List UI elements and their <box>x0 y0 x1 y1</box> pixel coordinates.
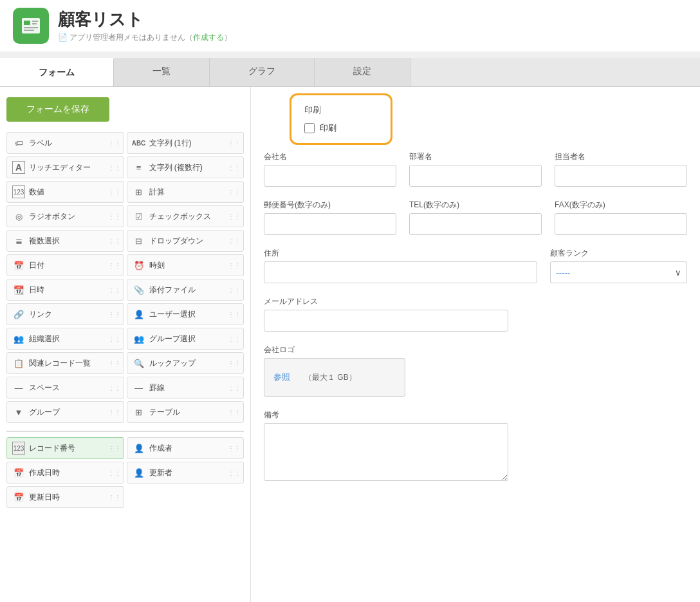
field-time[interactable]: ⏰ 時刻 ⋮⋮ <box>127 254 244 276</box>
field-created-at[interactable]: 📅 作成日時 ⋮⋮ <box>6 462 124 484</box>
label-icon: 🏷 <box>12 136 25 149</box>
created-at-icon: 📅 <box>12 466 25 479</box>
drag-handle: ⋮⋮ <box>108 238 121 245</box>
contact-label: 担当者名 <box>555 151 687 162</box>
field-table-text: テーブル <box>149 407 180 418</box>
field-datetime[interactable]: 📆 日時 ⋮⋮ <box>6 279 124 301</box>
company-input[interactable] <box>264 165 396 187</box>
print-checkbox-label: 印刷 <box>320 122 336 134</box>
rank-select[interactable]: ----- ∨ <box>550 261 687 283</box>
fax-input[interactable] <box>555 213 687 235</box>
field-number[interactable]: 123 数値 ⋮⋮ <box>6 181 124 203</box>
field-radio-text: ラジオボタン <box>29 211 75 222</box>
field-user-select-text: ユーザー選択 <box>149 309 196 320</box>
number-icon: 123 <box>12 185 25 198</box>
tel-label: TEL(数字のみ) <box>409 200 542 211</box>
field-text-single[interactable]: ABC 文字列 (1行) ⋮⋮ <box>127 132 244 154</box>
updater-icon: 👤 <box>133 466 145 479</box>
field-number-text: 数値 <box>29 187 44 198</box>
form-field-fax: FAX(数字のみ) <box>555 200 687 235</box>
drag-handle: ⋮⋮ <box>108 213 121 220</box>
tel-input[interactable] <box>409 213 542 235</box>
field-text-multi[interactable]: ≡ 文字列 (複数行) ⋮⋮ <box>127 156 244 178</box>
field-lookup[interactable]: 🔍 ルックアップ ⋮⋮ <box>127 352 244 374</box>
dropdown-icon: ⊟ <box>133 234 145 247</box>
logo-upload-btn[interactable]: 参照 <box>273 372 290 383</box>
svg-rect-1 <box>22 18 40 33</box>
field-table[interactable]: ⊞ テーブル ⋮⋮ <box>127 401 244 423</box>
tab-graph[interactable]: グラフ <box>210 58 315 86</box>
field-group-select-text: グループ選択 <box>149 334 196 344</box>
field-radio[interactable]: ◎ ラジオボタン ⋮⋮ <box>6 205 124 227</box>
field-updater[interactable]: 👤 更新者 ⋮⋮ <box>127 462 244 484</box>
tab-settings[interactable]: 設定 <box>315 58 410 86</box>
contact-input[interactable] <box>555 165 687 187</box>
field-date[interactable]: 📅 日付 ⋮⋮ <box>6 254 124 276</box>
line-icon: — <box>133 381 145 394</box>
field-checkbox[interactable]: ☑ チェックボックス ⋮⋮ <box>127 205 244 227</box>
creator-icon: 👤 <box>133 442 145 455</box>
rank-label: 顧客ランク <box>550 248 687 259</box>
save-button[interactable]: フォームを保存 <box>6 97 109 122</box>
group-icon: ▼ <box>12 406 25 419</box>
tab-bar: フォーム 一覧 グラフ 設定 <box>0 58 700 87</box>
address-input[interactable] <box>264 261 537 283</box>
field-group[interactable]: ▼ グループ ⋮⋮ <box>6 401 124 423</box>
email-label: メールアドレス <box>264 296 521 307</box>
tab-list[interactable]: 一覧 <box>114 58 210 86</box>
form-field-company: 会社名 <box>264 151 396 187</box>
field-creator-text: 作成者 <box>149 443 172 454</box>
remarks-textarea[interactable] <box>264 423 508 481</box>
field-calc[interactable]: ⊞ 計算 ⋮⋮ <box>127 181 244 203</box>
memo-link[interactable]: 作成する <box>193 33 224 42</box>
field-time-text: 時刻 <box>149 260 165 271</box>
drag-handle: ⋮⋮ <box>228 409 241 416</box>
field-creator[interactable]: 👤 作成者 ⋮⋮ <box>127 437 244 459</box>
text-multi-icon: ≡ <box>133 161 145 174</box>
form-row-5: 備考 <box>264 409 687 481</box>
svg-rect-2 <box>24 21 30 25</box>
field-updated-at[interactable]: 📅 更新日時 ⋮⋮ <box>6 486 124 508</box>
field-org-select[interactable]: 👥 組織選択 ⋮⋮ <box>6 328 124 350</box>
attachment-icon: 📎 <box>133 283 145 296</box>
drag-handle: ⋮⋮ <box>228 469 241 476</box>
field-rich-editor[interactable]: A リッチエディター ⋮⋮ <box>6 156 124 178</box>
system-fields: 123 レコード番号 ⋮⋮ 👤 作成者 ⋮⋮ 📅 作成日時 ⋮⋮ 👤 更新者 ⋮… <box>6 437 244 508</box>
radio-icon: ◎ <box>12 210 25 223</box>
field-attachment[interactable]: 📎 添付ファイル ⋮⋮ <box>127 279 244 301</box>
remarks-label: 備考 <box>264 409 521 420</box>
lookup-icon: 🔍 <box>133 357 145 370</box>
form-fields: 会社名 部署名 担当者名 郵便番号(数字のみ) <box>264 151 687 481</box>
field-updater-text: 更新者 <box>149 467 172 478</box>
email-input[interactable] <box>264 310 508 332</box>
field-dropdown[interactable]: ⊟ ドロップダウン ⋮⋮ <box>127 230 244 252</box>
updated-at-icon: 📅 <box>12 491 25 503</box>
field-user-select[interactable]: 👤 ユーザー選択 ⋮⋮ <box>127 303 244 325</box>
field-label-text: ラベル <box>29 138 52 149</box>
form-field-remarks: 備考 <box>264 409 521 481</box>
field-date-text: 日付 <box>29 260 44 271</box>
print-checkbox[interactable] <box>304 123 315 133</box>
postal-input[interactable] <box>264 213 396 235</box>
app-icon <box>13 8 49 44</box>
form-field-contact: 担当者名 <box>555 151 687 187</box>
field-label[interactable]: 🏷 ラベル ⋮⋮ <box>6 132 124 154</box>
drag-handle: ⋮⋮ <box>228 311 241 318</box>
svg-rect-4 <box>32 23 37 24</box>
field-multi-select[interactable]: ≣ 複数選択 ⋮⋮ <box>6 230 124 252</box>
field-line[interactable]: — 罫線 ⋮⋮ <box>127 377 244 399</box>
logo-upload-hint: （最大１ GB） <box>297 372 356 383</box>
datetime-icon: 📆 <box>12 283 25 296</box>
print-checkbox-row: 印刷 <box>304 122 378 134</box>
form-field-logo: 会社ロゴ 参照 （最大１ GB） <box>264 344 405 397</box>
field-related-records[interactable]: 📋 関連レコード一覧 ⋮⋮ <box>6 352 124 374</box>
field-link[interactable]: 🔗 リンク ⋮⋮ <box>6 303 124 325</box>
drag-handle: ⋮⋮ <box>228 384 241 391</box>
print-popup: 印刷 印刷 <box>290 93 392 145</box>
department-input[interactable] <box>409 165 542 187</box>
field-group-select[interactable]: 👥 グループ選択 ⋮⋮ <box>127 328 244 350</box>
field-space[interactable]: — スペース ⋮⋮ <box>6 377 124 399</box>
field-record-number[interactable]: 123 レコード番号 ⋮⋮ <box>6 437 124 459</box>
field-lookup-text: ルックアップ <box>149 358 196 369</box>
tab-form[interactable]: フォーム <box>0 58 114 86</box>
